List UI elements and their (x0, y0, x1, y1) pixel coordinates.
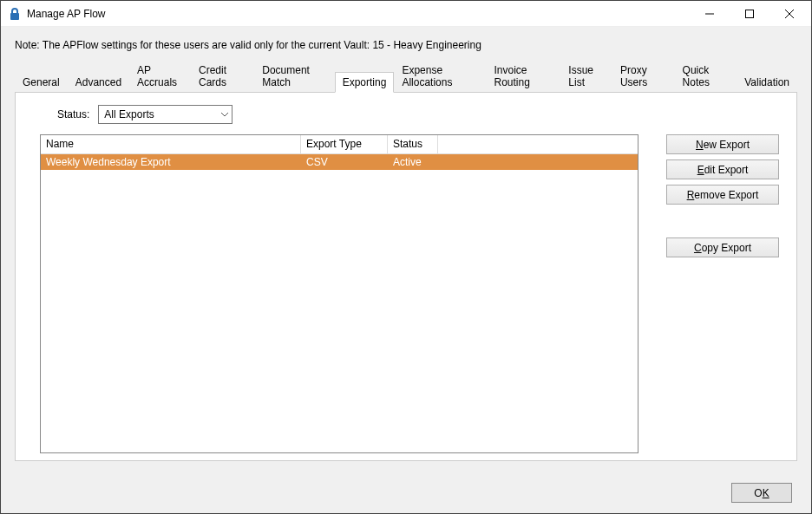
tab-exporting[interactable]: Exporting (335, 72, 395, 93)
tab-general[interactable]: General (15, 72, 68, 92)
status-filter-row: Status: All Exports (57, 105, 232, 124)
remove-export-button[interactable]: Remove Export (666, 185, 779, 205)
tab-panel-exporting: Status: All Exports Name Export Type Sta… (15, 92, 797, 461)
table-row[interactable]: Weekly Wednesday Export CSV Active (41, 154, 638, 170)
col-export-type[interactable]: Export Type (301, 135, 388, 154)
tab-strip: General Advanced AP Accruals Credit Card… (1, 60, 811, 92)
status-dropdown[interactable]: All Exports (98, 105, 232, 124)
cell-status: Active (388, 155, 438, 169)
svg-rect-2 (746, 10, 754, 17)
edit-export-button[interactable]: Edit Export (666, 159, 779, 179)
side-buttons: New Export Edit Export Remove Export Cop… (666, 134, 779, 257)
tab-invoice-routing[interactable]: Invoice Routing (487, 60, 561, 92)
footer: OK (731, 483, 792, 503)
tab-expense-allocations[interactable]: Expense Allocations (394, 60, 486, 92)
tab-proxy-users[interactable]: Proxy Users (612, 60, 675, 92)
cell-type: CSV (301, 155, 388, 169)
tab-document-match[interactable]: Document Match (254, 60, 334, 92)
chevron-down-icon (221, 110, 228, 120)
tab-credit-cards[interactable]: Credit Cards (191, 60, 254, 92)
new-export-button[interactable]: New Export (666, 134, 779, 154)
status-dropdown-value: All Exports (104, 108, 154, 120)
titlebar: Manage AP Flow (1, 1, 811, 27)
tab-validation[interactable]: Validation (737, 72, 797, 92)
col-filler (438, 135, 638, 154)
lock-icon (8, 7, 22, 21)
ok-button[interactable]: OK (731, 483, 792, 503)
maximize-button[interactable] (730, 1, 769, 27)
table-header: Name Export Type Status (41, 135, 638, 154)
close-button[interactable] (769, 1, 809, 27)
exports-table: Name Export Type Status Weekly Wednesday… (40, 134, 638, 453)
note-text: Note: The APFlow settings for these user… (1, 27, 811, 60)
window-controls (690, 1, 809, 27)
status-label: Status: (57, 108, 89, 120)
content-area: Note: The APFlow settings for these user… (1, 27, 811, 513)
copy-export-button[interactable]: Copy Export (666, 237, 779, 257)
col-name[interactable]: Name (41, 135, 301, 154)
tab-ap-accruals[interactable]: AP Accruals (129, 60, 191, 92)
tab-advanced[interactable]: Advanced (68, 72, 129, 92)
tab-issue-list[interactable]: Issue List (560, 60, 612, 92)
col-status[interactable]: Status (388, 135, 438, 154)
tab-quick-notes[interactable]: Quick Notes (675, 60, 737, 92)
minimize-button[interactable] (690, 1, 730, 27)
window-title: Manage AP Flow (27, 8, 106, 20)
svg-rect-0 (10, 13, 19, 20)
cell-name: Weekly Wednesday Export (41, 155, 301, 169)
